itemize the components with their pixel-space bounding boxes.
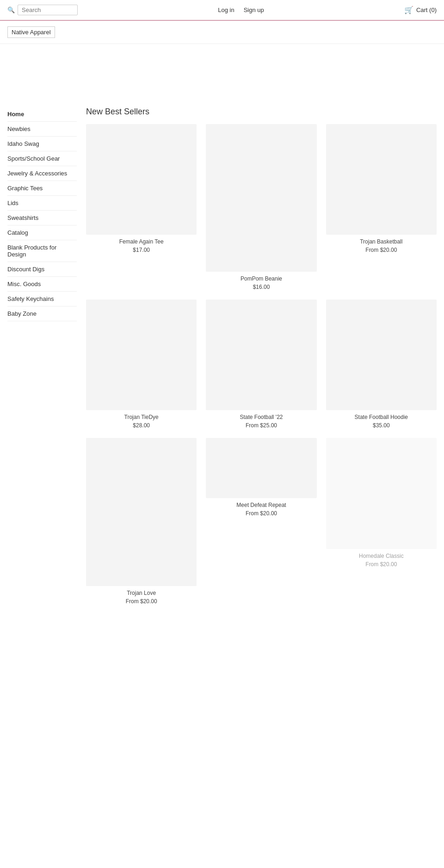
sidebar-item-graphic-tees[interactable]: Graphic Tees (7, 181, 77, 196)
sidebar-item-idaho-swag[interactable]: Idaho Swag (7, 137, 77, 151)
search-icon: 🔍 (7, 6, 15, 13)
nav-links: Log in Sign up (218, 6, 264, 13)
product-image-trojan-tiedye (86, 300, 197, 410)
product-price-female-again-tee: $17.00 (86, 247, 197, 253)
product-name-trojan-love: Trojan Love (86, 590, 197, 596)
login-link[interactable]: Log in (218, 6, 234, 13)
sidebar-item-sports-school-gear[interactable]: Sports/School Gear (7, 151, 77, 166)
section-title: New Best Sellers (86, 107, 437, 117)
sidebar-item-sweatshirts[interactable]: Sweatshirts (7, 211, 77, 225)
product-card-trojan-tiedye[interactable]: Trojan TieDye $28.00 (86, 300, 197, 429)
product-price-state-football-hoodie: $35.00 (326, 422, 437, 429)
product-price-pompom-beanie: $16.00 (206, 284, 316, 290)
sidebar-item-lids[interactable]: Lids (7, 196, 77, 211)
product-price-trojan-basketball: From $20.00 (326, 247, 437, 253)
main-layout: Home Newbies Idaho Swag Sports/School Ge… (0, 100, 444, 621)
top-bar: 🔍 Log in Sign up 🛒 Cart (0) (0, 0, 444, 21)
sidebar-item-misc-goods[interactable]: Misc. Goods (7, 277, 77, 292)
sidebar: Home Newbies Idaho Swag Sports/School Ge… (7, 107, 77, 614)
product-card-state-football-hoodie[interactable]: State Football Hoodie $35.00 (326, 300, 437, 429)
product-card-pompom-beanie[interactable]: PomPom Beanie $16.00 (206, 124, 316, 290)
product-name-female-again-tee: Female Again Tee (86, 238, 197, 245)
product-price-trojan-love: From $20.00 (86, 598, 197, 605)
product-image-homedale-classic (326, 438, 437, 549)
product-price-homedale-classic: From $20.00 (326, 561, 437, 568)
content-area: New Best Sellers Female Again Tee $17.00… (86, 107, 437, 614)
product-card-meet-defeat-repeat[interactable]: Meet Defeat Repeat From $20.00 (206, 438, 316, 517)
sidebar-item-home[interactable]: Home (7, 107, 77, 122)
sidebar-item-catalog[interactable]: Catalog (7, 225, 77, 240)
product-card-trojan-basketball[interactable]: Trojan Basketball From $20.00 (326, 124, 437, 253)
product-card-female-again-tee[interactable]: Female Again Tee $17.00 (86, 124, 197, 253)
product-name-state-football-hoodie: State Football Hoodie (326, 414, 437, 420)
product-price-state-football-22: From $25.00 (206, 422, 316, 429)
sidebar-item-discount-digs[interactable]: Discount Digs (7, 262, 77, 277)
hero-banner (0, 44, 444, 100)
product-image-meet-defeat-repeat (206, 438, 316, 498)
sidebar-item-safety-keychains[interactable]: Safety Keychains (7, 292, 77, 306)
product-name-state-football-22: State Football '22 (206, 414, 316, 420)
product-name-pompom-beanie: PomPom Beanie (206, 275, 316, 282)
product-name-trojan-tiedye: Trojan TieDye (86, 414, 197, 420)
cart-label[interactable]: Cart (0) (416, 6, 437, 13)
store-name: Native Apparel (7, 26, 55, 38)
sidebar-item-blank-products[interactable]: Blank Products for Design (7, 240, 77, 262)
sidebar-item-baby-zone[interactable]: Baby Zone (7, 306, 77, 321)
product-image-trojan-basketball (326, 124, 437, 235)
product-card-state-football-22[interactable]: State Football '22 From $25.00 (206, 300, 316, 429)
search-area: 🔍 (7, 5, 78, 15)
product-image-state-football-hoodie (326, 300, 437, 410)
store-name-bar: Native Apparel (0, 21, 444, 44)
product-image-female-again-tee (86, 124, 197, 235)
product-name-homedale-classic: Homedale Classic (326, 553, 437, 559)
search-input[interactable] (18, 5, 78, 15)
product-image-pompom-beanie (206, 124, 316, 272)
cart-icon: 🛒 (404, 6, 413, 14)
product-name-meet-defeat-repeat: Meet Defeat Repeat (206, 502, 316, 508)
cart-area[interactable]: 🛒 Cart (0) (404, 6, 437, 14)
product-price-meet-defeat-repeat: From $20.00 (206, 510, 316, 517)
product-card-trojan-love[interactable]: Trojan Love From $20.00 (86, 438, 197, 604)
product-image-trojan-love (86, 438, 197, 586)
product-price-trojan-tiedye: $28.00 (86, 422, 197, 429)
sidebar-item-jewelry-accessories[interactable]: Jewelry & Accessories (7, 166, 77, 181)
product-name-trojan-basketball: Trojan Basketball (326, 238, 437, 245)
signup-link[interactable]: Sign up (244, 6, 264, 13)
product-card-homedale-classic[interactable]: Homedale Classic From $20.00 (326, 438, 437, 567)
sidebar-item-newbies[interactable]: Newbies (7, 122, 77, 137)
product-image-state-football-22 (206, 300, 316, 410)
